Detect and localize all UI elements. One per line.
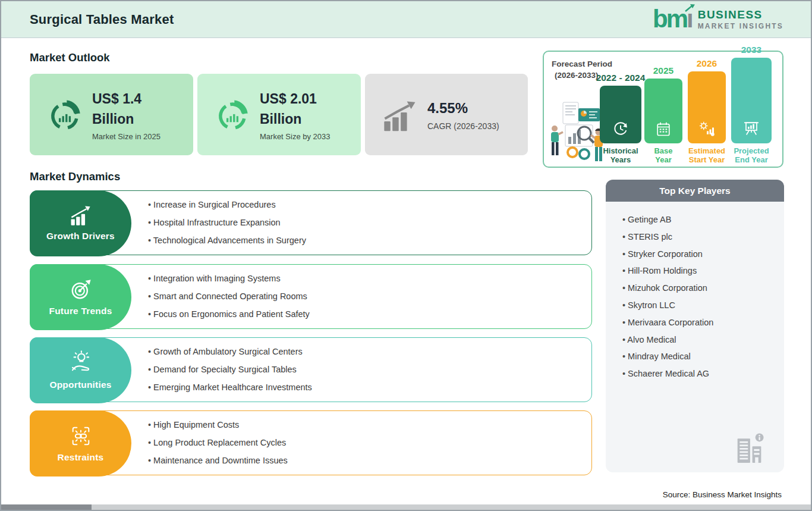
clock-history-icon bbox=[612, 120, 630, 137]
market-size-caption: Market Size in 2025 bbox=[92, 132, 160, 141]
dynamics-row-growth-drivers: Growth Drivers Increase in Surgical Proc… bbox=[30, 190, 592, 255]
pill-label: Opportunities bbox=[49, 380, 111, 390]
target-dart-icon bbox=[69, 278, 93, 302]
forecast-bar-base-year: 2025 BaseYear bbox=[644, 65, 682, 164]
donut-chart-icon bbox=[215, 98, 250, 132]
gear-chart-icon bbox=[698, 120, 716, 137]
opportunities-bullets: Growth of Ambulatory Surgical Centers De… bbox=[148, 338, 312, 402]
bullet-item: Smart and Connected Operating Rooms bbox=[148, 290, 310, 303]
chain-link-icon bbox=[69, 424, 93, 448]
bar-caption: EstimatedStart Year bbox=[688, 146, 725, 164]
bullet-item: Focus on Ergonomics and Patient Safety bbox=[148, 308, 310, 321]
top-key-players-panel: Top Key Players Getinge AB STERIS plc St… bbox=[606, 180, 784, 472]
stat-card-cagr: 4.55% CAGR (2026-2033) bbox=[365, 74, 528, 155]
growth-drivers-bullets: Increase in Surgical Procedures Hospital… bbox=[148, 191, 306, 255]
bullet-item: Hospital Infrastructure Expansion bbox=[148, 217, 306, 229]
bar-year-label: 2025 bbox=[653, 65, 673, 76]
opportunities-pill: Opportunities bbox=[30, 337, 131, 403]
bmi-logo: bmı BUSINESS MARKET INSIGHTS bbox=[653, 5, 783, 33]
key-player-item: Hill-Rom Holdings bbox=[622, 266, 778, 275]
key-players-list: Getinge AB STERIS plc Stryker Corporatio… bbox=[606, 202, 784, 378]
analysts-illustration bbox=[547, 98, 607, 164]
cagr-caption: CAGR (2026-2033) bbox=[427, 121, 499, 131]
bullet-item: Emerging Market Healthcare Investments bbox=[148, 381, 312, 394]
bar-year-label: 2026 bbox=[697, 58, 717, 69]
dynamics-row-restraints: Restraints High Equipment Costs Long Pro… bbox=[30, 410, 592, 475]
pill-label: Growth Drivers bbox=[46, 231, 115, 242]
bullet-item: Technological Advancements in Surgery bbox=[148, 234, 306, 247]
restraints-bullets: High Equipment Costs Long Product Replac… bbox=[148, 411, 288, 475]
key-player-item: Getinge AB bbox=[622, 215, 778, 224]
page-title: Surgical Tables Market bbox=[30, 12, 174, 27]
key-player-item: Alvo Medical bbox=[622, 335, 778, 344]
growth-drivers-pill: Growth Drivers bbox=[30, 190, 131, 256]
logo-arrow-icon bbox=[685, 4, 695, 12]
growth-chart-icon bbox=[69, 205, 93, 227]
bullet-item: Maintenance and Downtime Issues bbox=[148, 454, 288, 467]
source-attribution: Source: Business Market Insights bbox=[663, 490, 782, 499]
market-dynamics-heading: Market Dynamics bbox=[30, 170, 120, 183]
forecast-bar-historical: 2022 - 2024 HistoricalYears bbox=[600, 73, 641, 164]
dynamics-row-future-trends: Future Trends Integration with Imaging S… bbox=[30, 264, 592, 329]
infographic-canvas: Surgical Tables Market bmı BUSINESS MARK… bbox=[0, 0, 812, 511]
logo-wordmark: BUSINESS MARKET INSIGHTS bbox=[698, 8, 783, 30]
bullet-item: Long Product Replacement Cycles bbox=[148, 437, 288, 449]
bullet-item: Integration with Imaging Systems bbox=[148, 272, 310, 285]
bar-historical-years bbox=[600, 86, 641, 143]
stat-card-market-size-2033: US$ 2.01 Billion Market Size by 2033 bbox=[197, 74, 361, 155]
forecast-period-panel: Forecast Period (2026-2033) bbox=[543, 51, 783, 168]
market-size-value: US$ 1.4 Billion bbox=[92, 89, 160, 129]
calendar-icon bbox=[655, 121, 672, 137]
key-player-item: Skytron LLC bbox=[622, 300, 778, 310]
key-player-item: Merivaara Corporation bbox=[622, 318, 778, 327]
idea-hand-icon bbox=[68, 350, 93, 375]
bar-projected-end-year bbox=[731, 58, 772, 143]
cagr-value: 4.55% bbox=[427, 98, 499, 118]
key-player-item: Mindray Medical bbox=[622, 352, 778, 361]
restraints-pill: Restraints bbox=[30, 410, 131, 476]
key-player-item: Stryker Corporation bbox=[622, 249, 778, 259]
forecast-bar-projected-end: 2033 ProjectedEnd Year bbox=[731, 45, 772, 164]
building-info-icon bbox=[735, 432, 764, 464]
bullet-item: Growth of Ambulatory Surgical Centers bbox=[148, 346, 312, 358]
future-trends-bullets: Integration with Imaging Systems Smart a… bbox=[148, 265, 310, 328]
bmi-logo-mark-icon: bmı bbox=[653, 5, 692, 33]
market-size-caption: Market Size by 2033 bbox=[260, 132, 331, 141]
bar-year-label: 2033 bbox=[741, 45, 761, 55]
key-player-item: STERIS plc bbox=[622, 232, 778, 242]
key-players-heading: Top Key Players bbox=[606, 180, 784, 202]
key-player-item: Mizuhok Corporation bbox=[622, 283, 778, 293]
growth-chart-icon bbox=[383, 99, 417, 134]
bar-estimated-start-year bbox=[688, 71, 726, 143]
pill-label: Restraints bbox=[58, 452, 104, 463]
scrollbar-thumb[interactable] bbox=[1, 504, 92, 510]
donut-chart-icon bbox=[48, 98, 82, 132]
bar-caption: HistoricalYears bbox=[603, 146, 638, 164]
bar-base-year bbox=[644, 79, 682, 143]
header-bar: Surgical Tables Market bmı BUSINESS MARK… bbox=[1, 1, 811, 38]
dynamics-row-opportunities: Opportunities Growth of Ambulatory Surgi… bbox=[30, 337, 592, 402]
key-player-item: Schaerer Medical AG bbox=[622, 369, 778, 378]
bar-caption: ProjectedEnd Year bbox=[734, 146, 769, 164]
market-outlook-heading: Market Outlook bbox=[30, 51, 110, 64]
future-trends-pill: Future Trends bbox=[30, 264, 131, 330]
pill-label: Future Trends bbox=[49, 306, 112, 316]
bullet-item: Increase in Surgical Procedures bbox=[148, 199, 306, 211]
stat-card-market-size-2025: US$ 1.4 Billion Market Size in 2025 bbox=[30, 74, 193, 155]
bullet-item: High Equipment Costs bbox=[148, 419, 288, 431]
presentation-chart-icon bbox=[742, 120, 760, 137]
horizontal-scrollbar[interactable] bbox=[1, 504, 811, 510]
bar-caption: BaseYear bbox=[654, 146, 672, 164]
forecast-bar-estimated-start: 2026 EstimatedStart Year bbox=[688, 58, 726, 164]
person-left bbox=[551, 126, 563, 155]
bar-year-label: 2022 - 2024 bbox=[596, 73, 646, 83]
market-size-value: US$ 2.01 Billion bbox=[260, 89, 331, 129]
bullet-item: Demand for Specialty Surgical Tables bbox=[148, 363, 312, 376]
